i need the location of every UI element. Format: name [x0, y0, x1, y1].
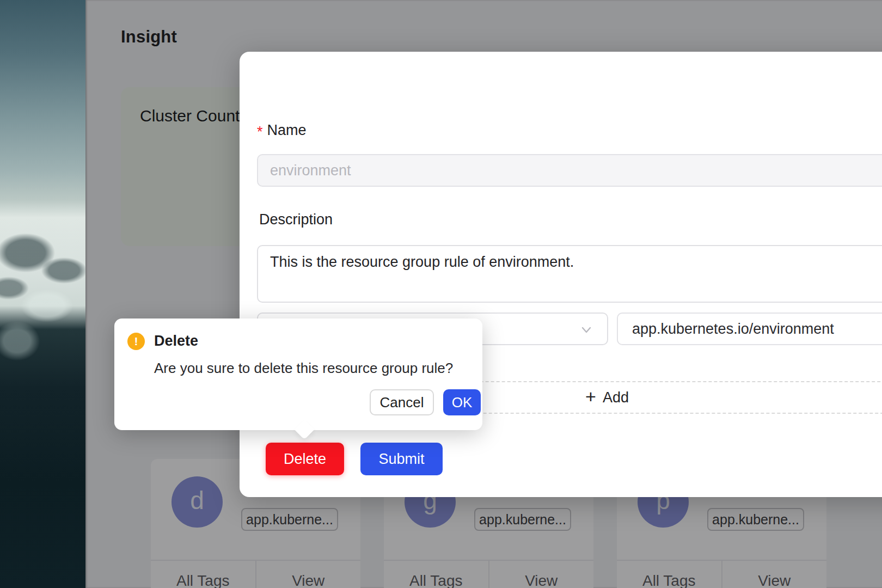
delete-button[interactable]: Delete — [266, 443, 344, 475]
submit-button[interactable]: Submit — [360, 443, 443, 475]
delete-popconfirm: ! Delete Are you sure to delete this res… — [114, 318, 482, 430]
group-by-tag-input[interactable] — [617, 313, 882, 345]
required-asterisk: * — [257, 121, 263, 139]
popconfirm-message: Are you sure to delete this resource gro… — [154, 360, 453, 377]
warning-icon: ! — [127, 333, 145, 350]
edit-rule-modal: * Name Description This is the resource … — [240, 52, 882, 497]
cancel-button[interactable]: Cancel — [370, 389, 434, 415]
name-input[interactable] — [257, 154, 882, 187]
popconfirm-title: Delete — [154, 333, 198, 350]
name-label: * Name — [257, 121, 307, 139]
chevron-down-icon — [580, 323, 593, 336]
description-label: Description — [259, 211, 333, 228]
plus-icon: + — [585, 388, 596, 407]
ok-button[interactable]: OK — [443, 389, 481, 415]
desktop-wallpaper — [0, 0, 85, 588]
screen: Insight Cluster Count d app.kuberne... A… — [0, 0, 882, 588]
description-textarea[interactable]: This is the resource group rule of envir… — [257, 245, 882, 303]
